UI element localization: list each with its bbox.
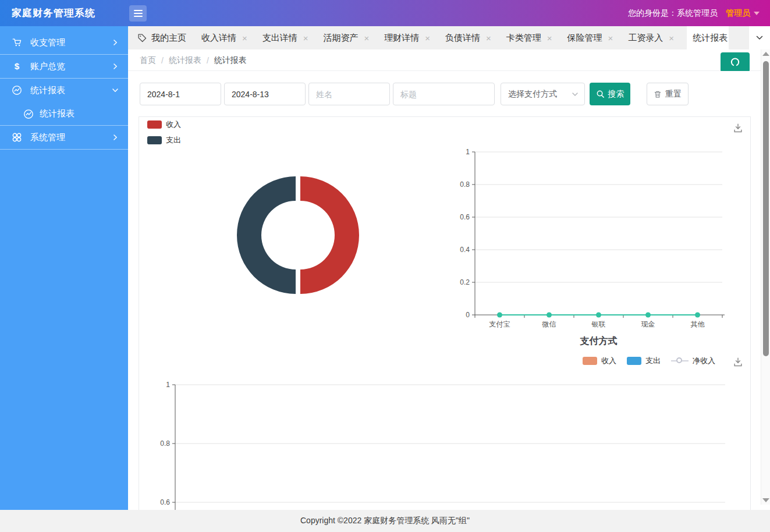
search-button[interactable]: 搜索 <box>590 83 630 105</box>
close-icon[interactable]: × <box>364 34 370 42</box>
legend-label: 净收入 <box>693 356 715 366</box>
name-input[interactable] <box>308 83 390 105</box>
legend-item[interactable]: 支出 <box>147 135 181 146</box>
close-icon[interactable]: × <box>486 34 491 42</box>
end-date-input[interactable] <box>224 83 306 105</box>
tag-icon <box>137 33 147 43</box>
income-expense-chart: 10.80.6 <box>151 376 739 510</box>
scrollbar-thumb[interactable] <box>763 61 769 356</box>
download-icon[interactable] <box>733 357 743 367</box>
caret-down-icon <box>754 12 760 15</box>
legend-item[interactable]: 支出 <box>627 356 661 366</box>
search-form: 选择支付方式 搜索 重置 <box>140 83 689 105</box>
legend-swatch <box>147 136 162 144</box>
tab-report[interactable]: 统计报表 <box>687 26 729 49</box>
svg-text:1: 1 <box>466 148 470 156</box>
chevron-down-icon <box>755 34 764 42</box>
title-input[interactable] <box>393 83 495 105</box>
tab-current-assets[interactable]: 活期资产× <box>321 26 372 49</box>
scroll-up-arrow[interactable] <box>762 52 769 56</box>
download-icon[interactable] <box>733 123 743 133</box>
svg-text:1: 1 <box>166 381 170 389</box>
svg-text:$: $ <box>15 61 20 71</box>
sidebar-subitem-report-sub[interactable]: 统计报表 <box>0 102 128 125</box>
app-title: 家庭财务管理系统 <box>12 0 95 26</box>
svg-text:现金: 现金 <box>641 320 655 328</box>
legend-line-marker <box>671 357 689 364</box>
legend-item[interactable]: 净收入 <box>671 356 715 366</box>
reset-button[interactable]: 重置 <box>647 83 689 105</box>
footer: Copyright ©2022 家庭财务管理系统 风雨无"组" <box>0 510 770 532</box>
tab-label: 保险管理 <box>567 33 602 44</box>
tab-label: 活期资产 <box>324 33 359 44</box>
tab-debt-detail[interactable]: 负债详情× <box>443 26 494 49</box>
tab-label: 负债详情 <box>445 33 480 44</box>
svg-text:0.8: 0.8 <box>460 180 470 189</box>
tab-insurance-mgmt[interactable]: 保险管理× <box>565 26 616 49</box>
reset-button-label: 重置 <box>665 89 682 100</box>
search-button-label: 搜索 <box>608 89 624 100</box>
tab-finance-detail[interactable]: 理财详情× <box>382 26 432 49</box>
legend-item[interactable]: 收入 <box>583 356 616 366</box>
sidebar-item-income-expense[interactable]: 收支管理 <box>0 31 128 54</box>
breadcrumb-separator: / <box>161 56 164 65</box>
legend-label: 收入 <box>166 119 181 130</box>
legend-label: 支出 <box>645 356 661 366</box>
sidebar-item-report[interactable]: 统计报表 <box>0 79 128 102</box>
legend-swatch <box>627 357 641 365</box>
chart-icon <box>23 109 33 118</box>
svg-text:支付宝: 支付宝 <box>489 320 510 328</box>
legend-swatch <box>147 120 162 129</box>
legend-label: 支出 <box>166 135 181 146</box>
scroll-down-arrow[interactable] <box>762 498 769 502</box>
sidebar-item-system[interactable]: 系统管理 <box>0 126 128 149</box>
breadcrumb-item[interactable]: 统计报表 <box>169 55 201 66</box>
payment-line-chart: 00.20.40.60.81支付宝微信银联现金其他支付方式 <box>449 146 728 350</box>
tab-income-detail[interactable]: 收入详情× <box>199 26 250 49</box>
start-date-input[interactable] <box>140 83 221 105</box>
sidebar-item-account-overview[interactable]: $账户总览 <box>0 55 128 78</box>
close-icon[interactable]: × <box>669 34 674 42</box>
content-body: 选择支付方式 搜索 重置 <box>128 71 770 510</box>
search-icon <box>596 90 605 98</box>
payment-method-select[interactable]: 选择支付方式 <box>501 83 585 105</box>
chevron-right-icon <box>112 134 119 141</box>
breadcrumb-item[interactable]: 首页 <box>140 55 156 66</box>
chart-icon <box>12 85 22 95</box>
chevron-right-icon <box>112 63 119 70</box>
legend-swatch <box>583 357 597 365</box>
breadcrumb-row: 首页/统计报表/统计报表 <box>128 49 770 71</box>
breadcrumb: 首页/统计报表/统计报表 <box>140 49 247 71</box>
svg-text:0.4: 0.4 <box>460 246 470 254</box>
sidebar-item-label: 账户总览 <box>30 61 112 72</box>
svg-text:0.2: 0.2 <box>460 278 470 286</box>
tab-card-mgmt[interactable]: 卡类管理× <box>504 26 555 49</box>
tab-salary-entry[interactable]: 工资录入× <box>626 26 676 49</box>
tab-overflow-button[interactable] <box>749 26 770 49</box>
breadcrumb-item: 统计报表 <box>214 55 247 66</box>
legend-item[interactable]: 收入 <box>147 119 181 130</box>
tab-my-home[interactable]: 我的主页 <box>135 26 189 49</box>
main-content: 我的主页收入详情×支出详情×活期资产×理财详情×负债详情×卡类管理×保险管理×工… <box>128 26 770 510</box>
svg-text:其他: 其他 <box>691 320 705 328</box>
tab-label: 理财详情 <box>384 33 419 44</box>
close-icon[interactable]: × <box>608 34 613 42</box>
dollar-icon: $ <box>12 61 22 72</box>
sidebar-subitem-label: 统计报表 <box>40 108 74 119</box>
sidebar-item-label: 收支管理 <box>30 37 112 48</box>
refresh-icon <box>730 58 740 67</box>
close-icon[interactable]: × <box>303 34 308 42</box>
refresh-button[interactable] <box>721 52 750 72</box>
bar-chart-legend: 收入支出净收入 <box>583 356 715 366</box>
tab-label: 收入详情 <box>201 33 236 44</box>
close-icon[interactable]: × <box>547 34 552 42</box>
legend-label: 收入 <box>601 356 616 366</box>
role-dropdown[interactable]: 管理员 <box>726 8 760 19</box>
chart-panel: 收入支出 00.20.40.60.81支付宝微信银联现金其他支付方式 收入支出净… <box>139 116 751 510</box>
hamburger-button[interactable] <box>129 5 147 22</box>
close-icon[interactable]: × <box>242 34 247 42</box>
vertical-scrollbar[interactable] <box>761 49 770 505</box>
tab-label: 我的主页 <box>151 33 186 44</box>
close-icon[interactable]: × <box>425 34 430 42</box>
tab-expense-detail[interactable]: 支出详情× <box>260 26 311 49</box>
